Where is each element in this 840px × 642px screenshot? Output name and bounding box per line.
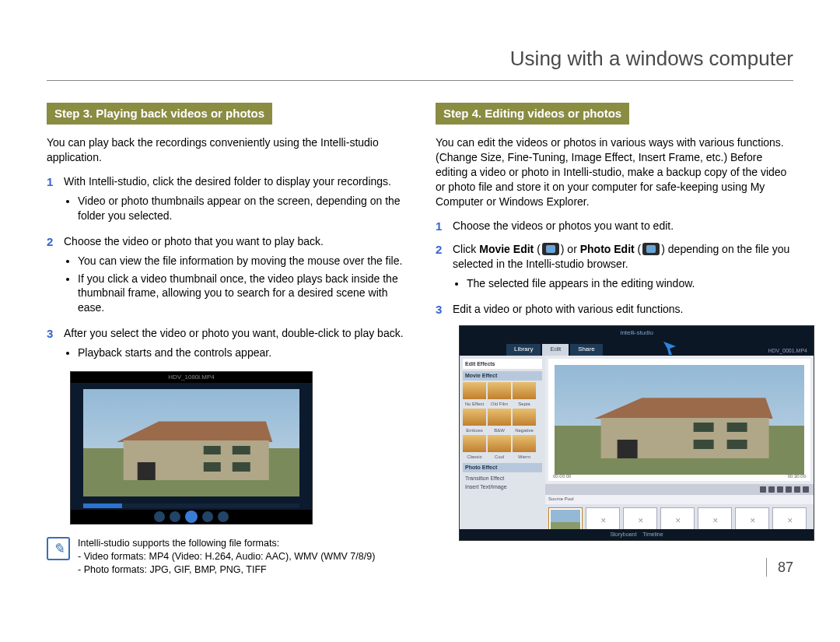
video-player-screenshot: HDV_1080i.MP4 [70, 371, 313, 524]
section-movie-effect[interactable]: Movie Effect [463, 371, 542, 380]
effect-thumb[interactable] [488, 409, 511, 426]
sidebar-row[interactable]: Transition Effect [463, 474, 542, 482]
bullet: If you click a video thumbnail once, the… [78, 272, 404, 316]
effect-thumb[interactable] [488, 382, 511, 399]
player-controls [71, 510, 312, 524]
tab-share[interactable]: Share [570, 344, 602, 356]
photo-edit-icon [642, 243, 660, 255]
bullet: Playback starts and the controls appear. [78, 346, 404, 360]
list-number: 1 [47, 174, 56, 226]
note-icon: ✎ [47, 537, 70, 560]
footer-storyboard[interactable]: Storyboard [610, 531, 636, 537]
list-text: Click Movie Edit () or Photo Edit () dep… [453, 243, 789, 270]
list-text: With Intelli-studio, click the desired f… [64, 175, 391, 188]
timeline-controls [545, 484, 814, 495]
tab-edit[interactable]: Edit [542, 344, 569, 356]
app-logo: Intelli-studio [620, 329, 653, 338]
list-number: 1 [436, 219, 445, 234]
tl-next-icon[interactable] [786, 486, 792, 493]
open-filename: HDV_0001.MP4 [768, 347, 807, 354]
time-start: 00:00:00 [553, 473, 571, 479]
effect-thumb[interactable] [513, 409, 536, 426]
tl-stop-icon[interactable] [777, 486, 783, 493]
editor-sidebar: Edit Effects Movie Effect No EffectOld F… [460, 356, 545, 540]
tl-prev-icon[interactable] [760, 486, 766, 493]
scrub-bar[interactable] [83, 503, 299, 508]
list-text: Edit a video or photo with various edit … [453, 303, 684, 315]
play-pause-button[interactable] [185, 510, 198, 523]
tl-zoomin-icon[interactable] [803, 486, 809, 493]
list-number: 2 [436, 242, 445, 294]
page-title: Using with a windows computer [47, 45, 793, 81]
step3-intro: You can play back the recordings conveni… [47, 135, 404, 165]
step4-header: Step 4. Editing videos or photos [436, 103, 629, 125]
time-end: 00:30:00 [788, 473, 806, 479]
list-number: 3 [436, 302, 445, 317]
preview-pane: 00:00:00 00:30:00 [548, 359, 810, 481]
sidebar-title: Edit Effects [463, 359, 542, 369]
list-number: 2 [47, 234, 56, 318]
note-line: - Photo formats: JPG, GIF, BMP, PNG, TIF… [78, 563, 375, 577]
cursor-icon [662, 340, 677, 356]
effect-thumb[interactable] [463, 409, 486, 426]
list-text: After you select the video or photo you … [64, 327, 404, 339]
sidebar-row[interactable]: Insert Text/Image [463, 482, 542, 491]
list-text: Choose the videos or photos you want to … [453, 219, 674, 232]
effect-thumb[interactable] [513, 435, 536, 452]
source-pool-label: Source Pool [545, 495, 814, 504]
left-column: Step 3. Playing back videos or photos Yo… [47, 103, 404, 577]
bullet: You can view the file information by mov… [78, 254, 404, 268]
effect-thumb[interactable] [513, 382, 536, 399]
effect-thumb[interactable] [488, 435, 511, 452]
prev-button[interactable] [154, 511, 165, 522]
bullet: The selected file appears in the editing… [467, 276, 793, 291]
note-box: ✎ Intelli-studio supports the following … [47, 537, 404, 577]
step4-intro: You can edit the videos or photos in var… [436, 135, 793, 209]
note-line: Intelli-studio supports the following fi… [78, 537, 375, 550]
footer-timeline[interactable]: Timeline [642, 531, 663, 537]
editor-screenshot: Intelli-studio Library Edit Share HDV_00… [459, 325, 814, 541]
page-number: 87 [766, 558, 793, 577]
list-text: Choose the video or photo that you want … [64, 235, 324, 247]
note-line: - Video formats: MP4 (Video: H.264, Audi… [78, 550, 375, 563]
effect-thumb[interactable] [463, 435, 486, 452]
movie-edit-icon [542, 243, 559, 255]
next-button[interactable] [218, 511, 229, 522]
right-column: Step 4. Editing videos or photos You can… [436, 103, 793, 577]
tab-library[interactable]: Library [506, 344, 541, 356]
player-titlebar: HDV_1080i.MP4 [71, 372, 312, 383]
rewind-button[interactable] [170, 511, 180, 522]
step3-header: Step 3. Playing back videos or photos [47, 103, 272, 125]
forward-button[interactable] [202, 511, 213, 522]
bullet: Video or photo thumbnails appear on the … [78, 194, 404, 223]
editor-footer: Storyboard Timeline [460, 529, 814, 540]
tl-play-icon[interactable] [768, 486, 775, 493]
effect-thumb[interactable] [463, 382, 486, 399]
section-photo-effect[interactable]: Photo Effect [463, 463, 542, 472]
list-number: 3 [47, 326, 56, 363]
tl-zoomout-icon[interactable] [794, 486, 800, 493]
